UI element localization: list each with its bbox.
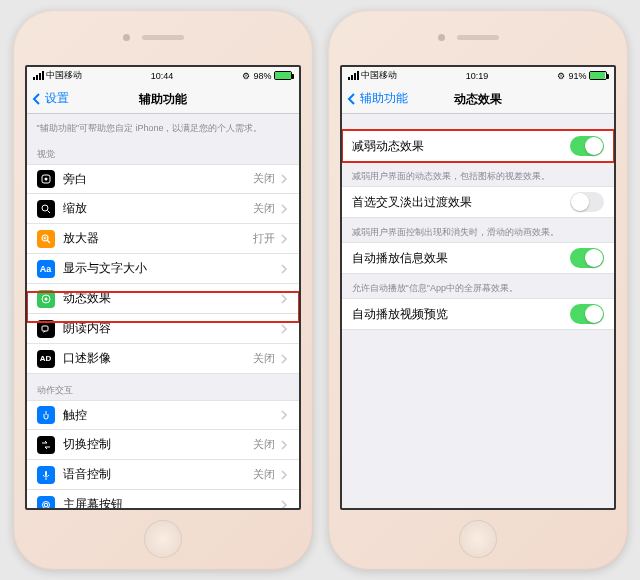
label: 首选交叉淡出过渡效果 [352, 195, 570, 210]
row-voice-control[interactable]: 语音控制 关闭 [27, 460, 299, 490]
back-button[interactable]: 设置 [27, 90, 69, 107]
signal-icon [33, 71, 44, 80]
toggle-crossfade[interactable] [570, 192, 604, 212]
row-autoplay-video-previews[interactable]: 自动播放视频预览 [342, 298, 614, 330]
section-header-vision: 视觉 [27, 138, 299, 164]
chevron-right-icon [279, 410, 289, 420]
home-icon [37, 496, 55, 508]
back-label: 辅助功能 [360, 90, 408, 107]
chevron-right-icon [279, 354, 289, 364]
label: 旁白 [63, 172, 253, 187]
row-zoom[interactable]: 缩放 关闭 [27, 194, 299, 224]
content: 减弱动态效果 减弱用户界面的动态效果，包括图标的视差效果。 首选交叉淡出过渡效果… [342, 114, 614, 508]
label: 语音控制 [63, 467, 253, 482]
home-button-hardware[interactable] [144, 520, 182, 558]
label: 触控 [63, 408, 279, 423]
label: 主屏幕按钮 [63, 497, 279, 508]
svg-line-3 [47, 210, 50, 213]
carrier-label: 中国移动 [361, 69, 397, 82]
touch-icon [37, 406, 55, 424]
voiceover-icon [37, 170, 55, 188]
row-prefer-crossfade[interactable]: 首选交叉淡出过渡效果 [342, 186, 614, 218]
row-spoken-content[interactable]: 朗读内容 [27, 314, 299, 344]
switch-icon [37, 436, 55, 454]
chevron-right-icon [279, 234, 289, 244]
chevron-right-icon [279, 294, 289, 304]
home-button-hardware[interactable] [459, 520, 497, 558]
clock: 10:44 [151, 71, 174, 81]
row-motion[interactable]: 动态效果 [27, 284, 299, 314]
chevron-right-icon [279, 440, 289, 450]
page-title: 辅助功能 [139, 90, 187, 107]
voice-icon [37, 466, 55, 484]
textsize-icon: Aa [37, 260, 55, 278]
row-home-button[interactable]: 主屏幕按钮 [27, 490, 299, 508]
battery-icon [274, 71, 292, 80]
label: 减弱动态效果 [352, 139, 570, 154]
content: "辅助功能"可帮助您自定 iPhone，以满足您的个人需求。 视觉 旁白 关闭 … [27, 114, 299, 508]
note: 减弱用户界面的动态效果，包括图标的视差效果。 [342, 162, 614, 186]
row-magnifier[interactable]: 放大器 打开 [27, 224, 299, 254]
screen-motion: 中国移动 10:19 ⚙︎ 91% 辅助功能 动态效果 减弱动态效果 减弱用户界… [340, 65, 616, 510]
chevron-right-icon [279, 204, 289, 214]
label: 切换控制 [63, 437, 253, 452]
note: 允许自动播放"信息"App中的全屏幕效果。 [342, 274, 614, 298]
value: 关闭 [253, 202, 275, 216]
back-button[interactable]: 辅助功能 [342, 90, 408, 107]
svg-rect-10 [42, 326, 48, 331]
label: 自动播放信息效果 [352, 251, 570, 266]
row-switch-control[interactable]: 切换控制 关闭 [27, 430, 299, 460]
chevron-left-icon [31, 93, 43, 105]
battery-pct: 98% [253, 71, 271, 81]
chevron-left-icon [346, 93, 358, 105]
magnifier-icon [37, 230, 55, 248]
battery-pct: 91% [568, 71, 586, 81]
label: 放大器 [63, 231, 253, 246]
toggle-autoplay-messages[interactable] [570, 248, 604, 268]
value: 关闭 [253, 352, 275, 366]
label: 口述影像 [63, 351, 253, 366]
back-label: 设置 [45, 90, 69, 107]
value: 关闭 [253, 172, 275, 186]
toggle-reduce-motion[interactable] [570, 136, 604, 156]
svg-rect-13 [44, 503, 47, 506]
nav-bar: 辅助功能 动态效果 [342, 84, 614, 114]
section-header-motor: 动作交互 [27, 374, 299, 400]
speech-icon [37, 320, 55, 338]
audio-desc-icon: AD [37, 350, 55, 368]
row-voiceover[interactable]: 旁白 关闭 [27, 164, 299, 194]
svg-point-2 [42, 205, 48, 211]
label: 显示与文字大小 [63, 261, 279, 276]
chevron-right-icon [279, 500, 289, 508]
row-reduce-motion[interactable]: 减弱动态效果 [342, 130, 614, 162]
label: 缩放 [63, 201, 253, 216]
value: 关闭 [253, 468, 275, 482]
status-bar: 中国移动 10:44 ⚙︎ 98% [27, 67, 299, 84]
svg-point-9 [44, 297, 47, 300]
svg-rect-11 [45, 471, 47, 476]
chevron-right-icon [279, 264, 289, 274]
row-touch[interactable]: 触控 [27, 400, 299, 430]
signal-icon [348, 71, 359, 80]
row-autoplay-message-effects[interactable]: 自动播放信息效果 [342, 242, 614, 274]
battery-icon [589, 71, 607, 80]
toggle-autoplay-video[interactable] [570, 304, 604, 324]
chevron-right-icon [279, 470, 289, 480]
screen-accessibility: 中国移动 10:44 ⚙︎ 98% 设置 辅助功能 "辅助功能"可帮助您自定 i… [25, 65, 301, 510]
zoom-icon [37, 200, 55, 218]
svg-line-5 [47, 240, 50, 243]
svg-point-1 [44, 178, 47, 181]
label: 动态效果 [63, 291, 279, 306]
value: 关闭 [253, 438, 275, 452]
status-bar: 中国移动 10:19 ⚙︎ 91% [342, 67, 614, 84]
nav-bar: 设置 辅助功能 [27, 84, 299, 114]
phone-right: 中国移动 10:19 ⚙︎ 91% 辅助功能 动态效果 减弱动态效果 减弱用户界… [328, 10, 628, 570]
row-display-text-size[interactable]: Aa 显示与文字大小 [27, 254, 299, 284]
clock: 10:19 [466, 71, 489, 81]
motion-icon [37, 290, 55, 308]
value: 打开 [253, 232, 275, 246]
row-audio-descriptions[interactable]: AD 口述影像 关闭 [27, 344, 299, 374]
carrier-label: 中国移动 [46, 69, 82, 82]
svg-point-12 [42, 501, 49, 508]
chevron-right-icon [279, 324, 289, 334]
